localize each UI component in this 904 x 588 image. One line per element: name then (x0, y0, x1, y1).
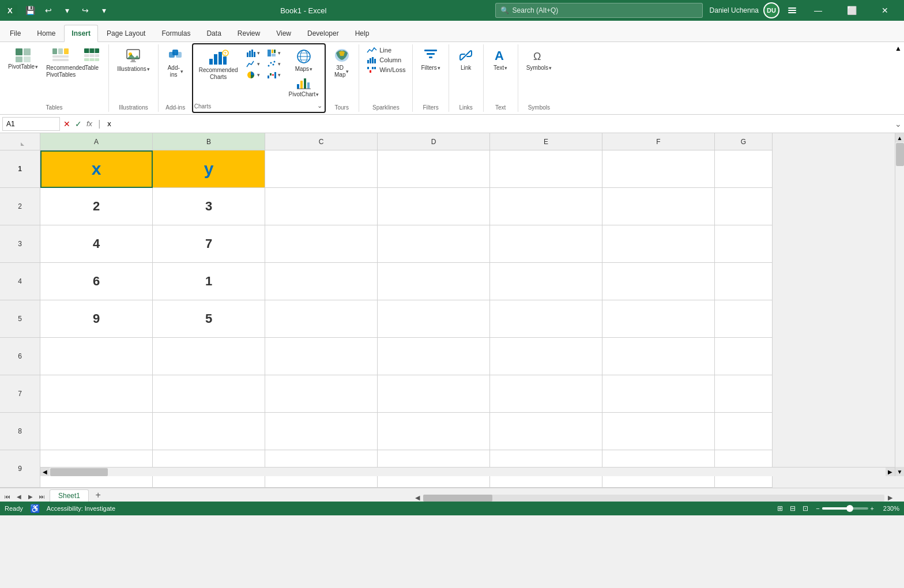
cell-c3[interactable] (265, 225, 378, 263)
zoom-in-button[interactable]: + (871, 505, 874, 512)
row-header-6[interactable]: 6 (0, 338, 40, 375)
table-button[interactable]: Table (80, 46, 104, 73)
customize-qat-button[interactable]: ▾ (96, 2, 112, 18)
tab-insert[interactable]: Insert (64, 25, 98, 42)
scroll-thumb[interactable] (896, 143, 904, 166)
scroll-left-button[interactable]: ◀ (40, 468, 50, 476)
sheet-tab-1[interactable]: Sheet1 (50, 489, 89, 502)
text-button[interactable]: A Text ▾ (489, 46, 512, 73)
cell-c2[interactable] (265, 188, 378, 225)
cell-g7[interactable] (715, 375, 773, 413)
cancel-formula-button[interactable]: ✕ (62, 118, 71, 130)
confirm-formula-button[interactable]: ✓ (74, 118, 83, 130)
cell-a1[interactable]: x (40, 150, 153, 188)
cell-b6[interactable] (153, 338, 265, 375)
3d-map-button[interactable]: 3DMap ▾ (330, 46, 354, 80)
cell-a8[interactable] (40, 413, 153, 450)
cell-a3[interactable]: 4 (40, 225, 153, 263)
cell-d6[interactable] (378, 338, 490, 375)
illustrations-button[interactable]: Illustrations ▾ (114, 46, 153, 74)
symbols-button[interactable]: Ω Symbols ▾ (523, 46, 555, 73)
maps-button[interactable]: Maps ▾ (285, 47, 323, 74)
close-button[interactable]: ✕ (872, 0, 898, 21)
scroll-track[interactable] (895, 142, 904, 467)
recommended-pivot-button[interactable]: Recommended PivotTables (43, 46, 78, 80)
cell-f6[interactable] (602, 338, 715, 375)
zoom-track[interactable] (822, 507, 868, 510)
tab-formulas[interactable]: Formulas (154, 24, 198, 42)
col-header-b[interactable]: B (153, 133, 265, 150)
redo-button[interactable]: ↪ (77, 2, 93, 18)
zoom-out-button[interactable]: − (816, 505, 819, 512)
row-header-5[interactable]: 5 (0, 300, 40, 338)
col-header-e[interactable]: E (490, 133, 602, 150)
column-bar-chart-button[interactable]: ▾ (244, 48, 262, 58)
cell-d7[interactable] (378, 375, 490, 413)
tab-developer[interactable]: Developer (300, 24, 346, 42)
pie-doughnut-chart-button[interactable]: ▾ (244, 70, 262, 80)
pivot-chart-button[interactable]: PivotChart ▾ (285, 76, 323, 100)
cell-a4[interactable]: 6 (40, 263, 153, 300)
link-button[interactable]: Link (454, 46, 477, 73)
zoom-level[interactable]: 230% (879, 505, 899, 512)
cell-g6[interactable] (715, 338, 773, 375)
cell-f2[interactable] (602, 188, 715, 225)
scroll-up-button[interactable]: ▲ (895, 133, 904, 142)
horizontal-scrollbar[interactable]: ◀ ▶ (40, 467, 895, 476)
tab-view[interactable]: View (269, 24, 299, 42)
ribbon-collapse-button[interactable]: ▲ (895, 44, 902, 52)
addins-button[interactable]: Add-ins ▾ (164, 46, 187, 80)
col-header-f[interactable]: F (602, 133, 715, 150)
add-sheet-button[interactable]: + (91, 489, 105, 502)
cell-e8[interactable] (490, 413, 602, 450)
cell-b2[interactable]: 3 (153, 188, 265, 225)
cell-e2[interactable] (490, 188, 602, 225)
maximize-button[interactable]: ⬜ (838, 0, 865, 21)
cell-e4[interactable] (490, 263, 602, 300)
tab-file[interactable]: File (2, 24, 28, 42)
cell-c7[interactable] (265, 375, 378, 413)
user-area[interactable]: Daniel Uchenna DU (710, 2, 779, 18)
tab-help[interactable]: Help (348, 24, 377, 42)
h-scroll-track[interactable] (50, 468, 886, 476)
expand-formula-button[interactable]: ⌄ (895, 119, 902, 129)
scatter-chart-button[interactable]: ▾ (265, 59, 283, 69)
cell-f5[interactable] (602, 300, 715, 338)
cell-d1[interactable] (378, 150, 490, 188)
name-box[interactable]: A1 (2, 117, 60, 131)
cell-f7[interactable] (602, 375, 715, 413)
hierarchy-chart-button[interactable]: ▾ (265, 48, 283, 58)
sheet-next-button[interactable]: ▶ (25, 491, 36, 502)
row-header-7[interactable]: 7 (0, 375, 40, 413)
sheet-scroll-left-icon[interactable]: ◀ (415, 494, 420, 502)
waterfall-chart-button[interactable]: ▾ (265, 70, 283, 80)
cell-e3[interactable] (490, 225, 602, 263)
tab-data[interactable]: Data (199, 24, 228, 42)
cell-g4[interactable] (715, 263, 773, 300)
row-header-4[interactable]: 4 (0, 263, 40, 300)
row-header-2[interactable]: 2 (0, 188, 40, 225)
charts-more-button[interactable]: ⌄ (316, 101, 323, 111)
row-header-1[interactable]: 1 (0, 150, 40, 188)
ribbon-display-button[interactable] (786, 5, 798, 16)
cell-b4[interactable]: 1 (153, 263, 265, 300)
tab-page-layout[interactable]: Page Layout (99, 24, 153, 42)
cell-c4[interactable] (265, 263, 378, 300)
row-header-3[interactable]: 3 (0, 225, 40, 263)
minimize-button[interactable]: — (805, 0, 831, 21)
sheet-first-button[interactable]: ⏮ (2, 491, 13, 502)
scroll-right-button[interactable]: ▶ (886, 468, 895, 476)
cell-d4[interactable] (378, 263, 490, 300)
cell-c1[interactable] (265, 150, 378, 188)
cell-c5[interactable] (265, 300, 378, 338)
cell-b1[interactable]: y (153, 150, 265, 188)
cell-g5[interactable] (715, 300, 773, 338)
cell-f1[interactable] (602, 150, 715, 188)
cell-c8[interactable] (265, 413, 378, 450)
cell-g1[interactable] (715, 150, 773, 188)
cell-c6[interactable] (265, 338, 378, 375)
search-box[interactable]: 🔍 Search (Alt+Q) (495, 3, 703, 18)
cell-f4[interactable] (602, 263, 715, 300)
cell-b3[interactable]: 7 (153, 225, 265, 263)
cell-a7[interactable] (40, 375, 153, 413)
